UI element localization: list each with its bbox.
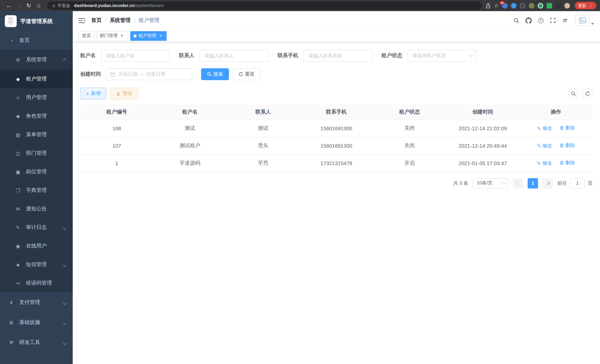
- tag-tenant[interactable]: 租户管理 ×: [130, 31, 167, 41]
- post-icon: ▣: [15, 169, 21, 175]
- search-icon[interactable]: [511, 16, 521, 25]
- extension-icon[interactable]: [511, 3, 516, 8]
- create-time-range-picker[interactable]: 开始日期 - 结束日期: [106, 68, 192, 80]
- user-menu[interactable]: [575, 15, 594, 26]
- sidebar-item-user[interactable]: ☺ 用户管理: [0, 88, 73, 107]
- edit-button[interactable]: ✎修改: [537, 125, 552, 132]
- sidebar-item-devtools[interactable]: ⚒ 研发工具: [0, 332, 73, 353]
- delete-button[interactable]: 删除: [559, 125, 575, 131]
- sidebar-item-home[interactable]: ◔ 首页: [0, 31, 73, 50]
- security-warning-icon: ⚠: [52, 3, 56, 8]
- infrastructure-icon: ⊞: [8, 320, 14, 325]
- contact-mobile-input[interactable]: [303, 50, 373, 62]
- reset-button-label: 重置: [245, 71, 254, 78]
- cell-created: 2021-12-14 20:49:44: [446, 137, 519, 154]
- sidebar-item-tenant[interactable]: ☻ 租户管理: [0, 70, 73, 88]
- column-header-created: 创建时间: [446, 105, 519, 120]
- sidebar-item-infra[interactable]: ⊞ 基础设施: [0, 312, 73, 332]
- select-placeholder: 请选择租户状态: [412, 52, 446, 59]
- extension-icon[interactable]: [547, 3, 552, 8]
- export-button[interactable]: 导出: [110, 88, 138, 99]
- sidebar-item-label: 岗位管理: [26, 168, 47, 175]
- edit-button[interactable]: ✎修改: [537, 160, 552, 167]
- browser-forward-icon[interactable]: →: [14, 0, 24, 11]
- refresh-table-button[interactable]: [582, 88, 593, 99]
- page-number-button[interactable]: 1: [528, 178, 538, 188]
- sidebar-item-online[interactable]: ◉ 在线用户: [0, 237, 73, 255]
- tag-home[interactable]: 首页: [79, 31, 94, 41]
- font-size-icon[interactable]: tT: [560, 16, 570, 25]
- extensions-puzzle-icon[interactable]: [555, 3, 561, 8]
- trash-icon: [559, 143, 564, 148]
- menu-tree-icon: ▤: [15, 132, 21, 138]
- sidebar-item-menu[interactable]: ▤ 菜单管理: [0, 125, 73, 144]
- show-search-toggle-button[interactable]: [568, 88, 579, 99]
- breadcrumb-item[interactable]: 系统管理: [110, 17, 131, 24]
- delete-button[interactable]: 删除: [559, 159, 575, 166]
- browser-home-icon[interactable]: ⌂: [34, 0, 44, 11]
- cell-contact: 测试: [226, 120, 300, 137]
- sidebar-item-dept[interactable]: ◫ 部门管理: [0, 144, 73, 162]
- add-button[interactable]: + 新增: [80, 88, 106, 99]
- app-logo-row[interactable]: 芋道管理系统: [0, 11, 73, 31]
- delete-button[interactable]: 删除: [559, 142, 575, 149]
- tag-label: 首页: [82, 33, 91, 39]
- edit-label: 修改: [543, 160, 552, 167]
- github-icon[interactable]: [524, 16, 533, 25]
- chevron-up-icon: [63, 58, 67, 62]
- chrome-update-button[interactable]: 更新 ⋮: [575, 2, 596, 9]
- avatar-dropdown-caret: [591, 23, 594, 25]
- start-date-placeholder: 开始日期: [118, 71, 138, 78]
- goto-page-input[interactable]: [570, 178, 585, 188]
- extension-icon[interactable]: [538, 3, 543, 8]
- reset-button[interactable]: 重置: [233, 68, 261, 80]
- tenant-status-select[interactable]: 请选择租户状态: [407, 50, 477, 62]
- fullscreen-icon[interactable]: [548, 16, 558, 25]
- address-bar[interactable]: ⚠ 不安全 dashboard.yudao.iocoder.cn/system/…: [47, 1, 482, 10]
- tenant-table: 租户编号 租户名 联系人 联系手机 租户状态 创建时间 操作 108 测试: [80, 105, 593, 172]
- tenant-name-input[interactable]: [101, 50, 170, 62]
- contact-name-input[interactable]: [200, 50, 269, 62]
- filter-form-row2: 创建时间 开始日期 - 结束日期: [80, 68, 593, 87]
- bookmark-star-icon[interactable]: ☆: [494, 3, 499, 9]
- next-page-button[interactable]: [543, 178, 553, 188]
- sidebar-item-errcode[interactable]: </> 错误码管理: [0, 274, 73, 292]
- sidebar-toggle-icon[interactable]: [79, 18, 85, 23]
- sidebar-item-dict[interactable]: ❐ 字典管理: [0, 181, 73, 200]
- sidebar-item-label: 基础设施: [19, 319, 40, 326]
- cell-mobile: 17321315478: [300, 154, 373, 172]
- sidebar-item-sms[interactable]: ◈ 短信管理: [0, 255, 73, 274]
- extension-icon[interactable]: [529, 3, 534, 8]
- sidebar-item-audit[interactable]: ✎ 审计日志: [0, 218, 73, 237]
- sms-shield-icon: ◈: [15, 262, 21, 267]
- table-row: 107 测试租户 秃头 15601691300 关闭 2021-12-14 20…: [80, 137, 593, 154]
- breadcrumb-item[interactable]: 首页: [91, 17, 102, 24]
- share-icon[interactable]: [486, 3, 491, 8]
- cell-contact: 芋艿: [226, 154, 300, 172]
- cell-name: 测试: [153, 120, 227, 137]
- prev-page-button[interactable]: [513, 178, 523, 188]
- close-icon[interactable]: ×: [120, 33, 125, 38]
- sidebar-item-post[interactable]: ▣ 岗位管理: [0, 162, 73, 181]
- search-button[interactable]: 搜索: [201, 68, 229, 80]
- page-size-select[interactable]: 10条/页: [473, 178, 508, 188]
- delete-label: 删除: [565, 159, 575, 166]
- edit-button[interactable]: ✎修改: [537, 143, 552, 149]
- help-icon[interactable]: ?: [536, 16, 545, 25]
- browser-menu-icon[interactable]: ⋮: [589, 3, 593, 8]
- sidebar-item-role[interactable]: ☻ 角色管理: [0, 107, 73, 125]
- profile-avatar[interactable]: [564, 3, 570, 8]
- pagination-total: 共 3 条: [453, 180, 468, 187]
- close-icon[interactable]: ×: [158, 33, 163, 38]
- cell-status: 关闭: [373, 137, 446, 154]
- browser-back-icon[interactable]: ←: [4, 0, 14, 11]
- sidebar-item-notice[interactable]: ✉ 通知公告: [0, 200, 73, 218]
- browser-reload-icon[interactable]: ↻: [24, 0, 34, 11]
- pagination-jumper: 前往 页: [557, 178, 593, 188]
- tag-dept[interactable]: 部门管理 ×: [96, 31, 128, 41]
- extension-icon[interactable]: 10: [502, 3, 508, 8]
- edit-label: 修改: [543, 125, 552, 132]
- sidebar-item-pay[interactable]: ¥ 支付管理: [0, 292, 73, 312]
- extension-icon[interactable]: [520, 3, 525, 8]
- sidebar-item-system[interactable]: ⚙ 系统管理: [0, 50, 73, 70]
